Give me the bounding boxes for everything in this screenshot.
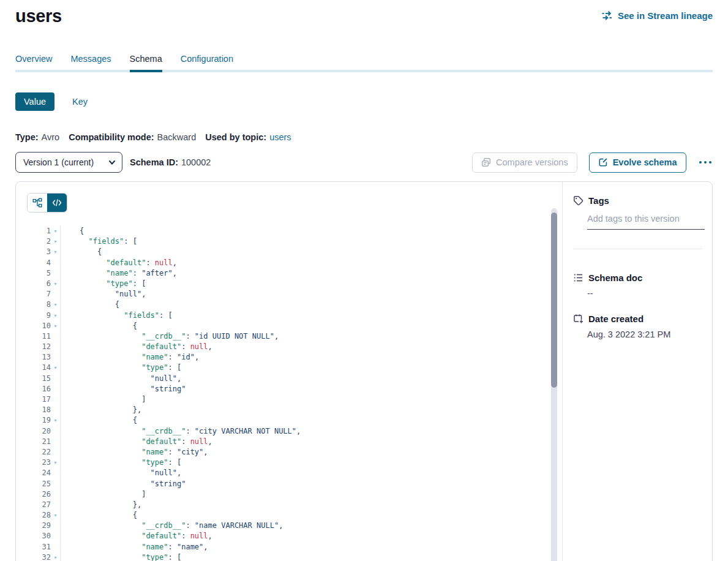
code-line: 19▾ {	[16, 415, 550, 426]
line-number: 7	[16, 289, 51, 299]
sidebar-divider	[573, 249, 702, 249]
fold-toggle-icon[interactable]: ▾	[51, 415, 61, 426]
date-created-title: Date created	[588, 314, 644, 324]
code-line: 27 },	[16, 500, 550, 510]
line-number: 28	[16, 510, 51, 521]
tab-overview[interactable]: Overview	[15, 54, 52, 72]
line-number: 11	[16, 331, 51, 342]
code-line: 25 "string"	[16, 479, 550, 489]
code-line: 6▾ "type": [	[16, 279, 550, 289]
code-editor[interactable]: 1▾{2▾ "fields": [3▾ {4 "default": null,5…	[16, 226, 550, 561]
fold-toggle-icon[interactable]: ▾	[51, 321, 61, 331]
lineage-label: See in Stream lineage	[618, 10, 713, 21]
fold-toggle-icon[interactable]: ▾	[51, 457, 61, 468]
tree-view-button[interactable]	[28, 194, 47, 212]
code-line: 12 "default": null,	[16, 342, 550, 352]
line-number: 23	[16, 457, 51, 468]
code-text: "name": "city",	[61, 447, 208, 457]
code-line: 4 "default": null,	[16, 258, 550, 268]
fold-toggle-icon[interactable]: ▾	[51, 510, 61, 521]
tab-configuration[interactable]: Configuration	[181, 54, 233, 72]
tab-messages[interactable]: Messages	[70, 54, 111, 72]
fold-toggle-icon[interactable]: ▾	[51, 311, 61, 321]
fold-toggle-icon[interactable]: ▾	[51, 299, 61, 310]
code-line: 7 "null",	[16, 289, 550, 299]
add-tags-input[interactable]	[587, 214, 705, 230]
code-text: {	[61, 510, 137, 521]
code-text: "name": "name",	[61, 542, 208, 552]
code-line: 28▾ {	[16, 510, 550, 521]
code-line: 1▾{	[16, 226, 550, 236]
line-number: 29	[16, 521, 51, 531]
fold-toggle-icon[interactable]: ▾	[51, 552, 61, 561]
fold-spacer	[51, 374, 61, 384]
code-line: 10▾ {	[16, 321, 550, 331]
scrollbar-thumb[interactable]	[551, 213, 557, 388]
code-text: "string"	[61, 384, 186, 394]
fold-toggle-icon[interactable]: ▾	[51, 247, 61, 257]
code-text: ]	[61, 394, 146, 405]
version-select[interactable]: Version 1 (current)	[15, 152, 122, 173]
code-text: "default": null,	[61, 342, 212, 352]
evolve-schema-button[interactable]: Evolve schema	[589, 152, 686, 173]
page-title: users	[15, 6, 62, 26]
line-number: 30	[16, 531, 51, 541]
schema-doc-section: Schema doc --	[573, 273, 702, 298]
line-number: 31	[16, 542, 51, 552]
code-text: "string"	[61, 479, 186, 489]
tags-title: Tags	[588, 195, 609, 206]
fold-toggle-icon[interactable]: ▾	[51, 279, 61, 289]
ellipsis-dot	[704, 161, 707, 164]
code-view-button[interactable]	[47, 194, 67, 212]
code-text: "type": [	[61, 279, 146, 289]
code-text: "name": "id",	[61, 352, 199, 363]
topic-link[interactable]: users	[269, 132, 291, 142]
fold-spacer	[51, 258, 61, 268]
view-mode-toggle	[27, 193, 67, 213]
line-number: 19	[16, 415, 51, 426]
code-line: 26 ]	[16, 489, 550, 500]
key-toggle-link[interactable]: Key	[72, 97, 88, 107]
schema-panel: 1▾{2▾ "fields": [3▾ {4 "default": null,5…	[15, 181, 713, 561]
see-in-stream-lineage-link[interactable]: See in Stream lineage	[601, 10, 713, 21]
tab-bar: OverviewMessagesSchemaConfiguration	[0, 54, 728, 72]
fold-spacer	[51, 468, 61, 478]
line-number: 15	[16, 374, 51, 384]
date-created-section: Date created Aug. 3 2022 3:21 PM	[573, 314, 702, 339]
code-text: {	[61, 226, 84, 236]
code-text: "default": null,	[61, 437, 212, 447]
fold-spacer	[51, 426, 61, 437]
code-text: "type": [	[61, 363, 181, 373]
line-number: 1	[16, 226, 51, 236]
version-toolbar: Version 1 (current) Schema ID: 100002	[0, 152, 728, 173]
code-text: "__crdb__": "city VARCHAR NOT NULL",	[61, 426, 301, 437]
tab-schema[interactable]: Schema	[130, 54, 162, 72]
code-line: 9▾ "fields": [	[16, 311, 550, 321]
code-line: 24 "null",	[16, 468, 550, 478]
code-text: "default": null,	[61, 258, 177, 268]
compare-versions-label: Compare versions	[496, 157, 568, 167]
fold-spacer	[51, 447, 61, 457]
code-line: 14▾ "type": [	[16, 363, 550, 373]
fold-toggle-icon[interactable]: ▾	[51, 226, 61, 236]
compare-versions-button[interactable]: Compare versions	[472, 152, 577, 173]
tags-section-header: Tags	[573, 195, 702, 206]
schema-id-label: Schema ID:	[130, 157, 178, 167]
code-line: 21 "default": null,	[16, 437, 550, 447]
value-toggle-button[interactable]: Value	[15, 92, 54, 111]
code-line: 22 "name": "city",	[16, 447, 550, 457]
fold-toggle-icon[interactable]: ▾	[51, 236, 61, 247]
scrollbar-track[interactable]	[551, 208, 557, 561]
more-options-button[interactable]	[698, 159, 713, 167]
compatibility-label: Compatibility mode:	[69, 132, 154, 142]
code-line: 32▾ "type": [	[16, 552, 550, 561]
line-number: 13	[16, 352, 51, 363]
code-text: "__crdb__": "id UUID NOT NULL",	[61, 331, 279, 342]
fold-spacer	[51, 521, 61, 531]
schema-meta-row: Type: Avro Compatibility mode: Backward …	[0, 132, 728, 142]
tree-view-icon	[32, 198, 42, 208]
compare-versions-icon	[481, 157, 491, 167]
line-number: 4	[16, 258, 51, 268]
line-number: 17	[16, 394, 51, 405]
fold-toggle-icon[interactable]: ▾	[51, 363, 61, 373]
